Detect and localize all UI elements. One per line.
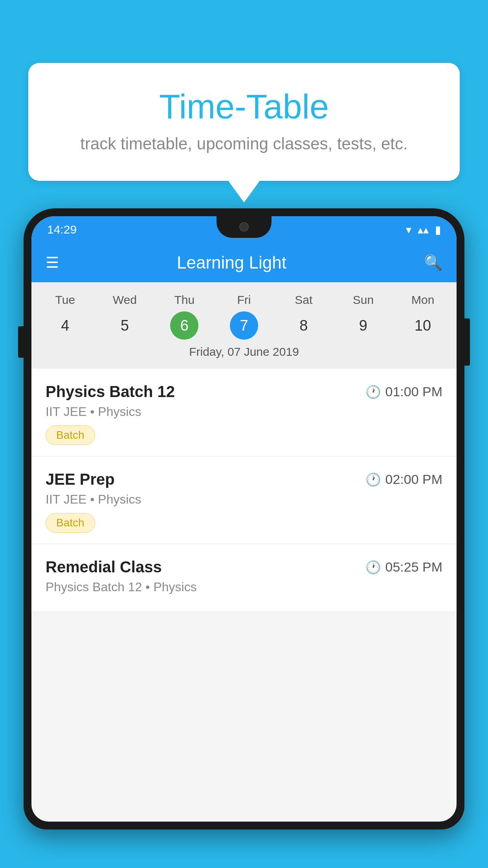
item-2-time: 🕐 02:00 PM <box>365 472 442 487</box>
day-label-sat: Sat <box>274 290 334 310</box>
day-6-today[interactable]: 6 <box>170 311 198 340</box>
app-title: Learning Light <box>51 253 412 272</box>
notch <box>216 216 272 238</box>
status-time: 14:29 <box>47 223 77 236</box>
calendar-strip: Tue Wed Thu Fri Sat Sun Mon 4 5 6 7 8 9 … <box>31 282 457 369</box>
day-label-wed: Wed <box>95 290 155 310</box>
selected-date: Friday, 07 June 2019 <box>31 340 457 365</box>
app-bar: ☰ Learning Light 🔍 <box>31 243 457 282</box>
day-10[interactable]: 10 <box>393 311 453 340</box>
schedule-list: Physics Batch 12 🕐 01:00 PM IIT JEE • Ph… <box>31 369 457 612</box>
phone-screen: 14:29 ▾ ▴▴ ▮ ☰ Learning Light 🔍 Tue Wed … <box>31 216 457 822</box>
bubble-title: Time-Table <box>60 86 428 127</box>
schedule-item-3[interactable]: Remedial Class 🕐 05:25 PM Physics Batch … <box>31 544 457 612</box>
item-3-subtitle: Physics Batch 12 • Physics <box>46 580 442 594</box>
camera <box>239 222 249 232</box>
day-8[interactable]: 8 <box>274 311 334 340</box>
item-1-badge: Batch <box>46 425 95 445</box>
item-1-time: 🕐 01:00 PM <box>365 384 442 399</box>
day-label-thu: Thu <box>154 290 214 310</box>
status-bar: 14:29 ▾ ▴▴ ▮ <box>31 216 457 243</box>
bubble-arrow <box>228 181 260 202</box>
item-2-subtitle: IIT JEE • Physics <box>46 492 442 507</box>
day-label-mon: Mon <box>393 290 453 310</box>
speech-bubble: Time-Table track timetable, upcoming cla… <box>28 63 460 181</box>
item-2-title: JEE Prep <box>46 471 115 488</box>
day-label-sun: Sun <box>334 290 393 310</box>
wifi-icon: ▾ <box>406 223 411 236</box>
signal-icon: ▴▴ <box>418 223 429 236</box>
bubble-subtitle: track timetable, upcoming classes, tests… <box>60 134 428 153</box>
day-7-selected[interactable]: 7 <box>230 311 258 340</box>
clock-icon-1: 🕐 <box>365 384 381 399</box>
day-numbers: 4 5 6 7 8 9 10 <box>31 311 457 340</box>
phone-outer: 14:29 ▾ ▴▴ ▮ ☰ Learning Light 🔍 Tue Wed … <box>24 208 464 829</box>
item-2-badge: Batch <box>46 513 95 533</box>
schedule-item-1[interactable]: Physics Batch 12 🕐 01:00 PM IIT JEE • Ph… <box>31 369 457 456</box>
item-3-time: 🕐 05:25 PM <box>365 559 442 575</box>
day-label-tue: Tue <box>35 290 95 310</box>
schedule-item-2[interactable]: JEE Prep 🕐 02:00 PM IIT JEE • Physics Ba… <box>31 456 457 544</box>
day-labels: Tue Wed Thu Fri Sat Sun Mon <box>31 290 457 310</box>
item-1-title: Physics Batch 12 <box>46 383 175 401</box>
phone-container: 14:29 ▾ ▴▴ ▮ ☰ Learning Light 🔍 Tue Wed … <box>24 208 464 868</box>
day-4[interactable]: 4 <box>35 311 95 340</box>
day-label-fri: Fri <box>214 290 274 310</box>
status-icons: ▾ ▴▴ ▮ <box>406 223 441 236</box>
battery-icon: ▮ <box>435 223 441 236</box>
day-9[interactable]: 9 <box>334 311 393 340</box>
item-3-header: Remedial Class 🕐 05:25 PM <box>46 558 442 576</box>
clock-icon-3: 🕐 <box>365 560 381 575</box>
item-2-header: JEE Prep 🕐 02:00 PM <box>46 471 442 488</box>
day-5[interactable]: 5 <box>95 311 155 340</box>
search-icon[interactable]: 🔍 <box>424 254 442 271</box>
item-3-title: Remedial Class <box>46 558 162 576</box>
item-1-header: Physics Batch 12 🕐 01:00 PM <box>46 383 442 401</box>
item-1-subtitle: IIT JEE • Physics <box>46 405 442 419</box>
clock-icon-2: 🕐 <box>365 472 381 487</box>
speech-bubble-section: Time-Table track timetable, upcoming cla… <box>28 63 460 202</box>
